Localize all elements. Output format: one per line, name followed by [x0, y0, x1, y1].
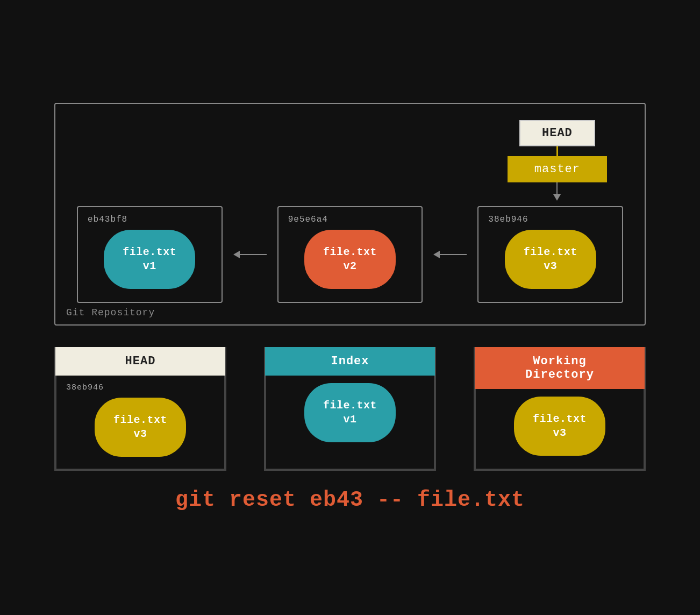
commit-box-38eb946: 38eb946 file.txtv3	[477, 206, 623, 303]
state-panel-wd: WorkingDirectory file.txtv3	[474, 347, 646, 471]
state-body-wd: file.txtv3	[475, 389, 645, 470]
blob-3: file.txtv3	[505, 230, 596, 289]
master-badge: master	[508, 156, 607, 182]
commit-hash-3: 38eb946	[484, 215, 528, 224]
state-body-head: 38eb946 file.txtv3	[55, 376, 225, 470]
state-panel-index: Index file.txtv1	[264, 347, 436, 471]
state-hash-head: 38eb946	[62, 383, 104, 392]
arrow-left-head-1	[233, 251, 240, 258]
commit-box-eb43bf8: eb43bf8 file.txtv1	[77, 206, 223, 303]
blob-1: file.txtv1	[104, 230, 195, 289]
state-blob-index: file.txtv1	[304, 383, 396, 442]
state-header-wd: WorkingDirectory	[475, 347, 645, 389]
arrow-head	[553, 194, 561, 201]
commit-arrow-1	[233, 251, 267, 258]
head-master-connector	[556, 146, 558, 156]
commit-hash-2: 9e5e6a4	[284, 215, 328, 224]
commits-row: eb43bf8 file.txtv1 9e5e6a4 file.txtv2 38…	[77, 206, 623, 303]
bottom-section: HEAD 38eb946 file.txtv3 Index file.txtv1…	[54, 347, 646, 512]
state-header-index: Index	[265, 347, 435, 376]
head-badge: HEAD	[519, 120, 595, 146]
arrow-line-2	[440, 254, 467, 255]
blob-2: file.txtv2	[304, 230, 396, 289]
arrow-line-1	[240, 254, 267, 255]
head-master-cluster: HEAD master	[77, 120, 623, 201]
commit-arrow-2	[433, 251, 467, 258]
arrow-left-head-2	[433, 251, 440, 258]
state-body-index: file.txtv1	[265, 376, 435, 470]
state-panels: HEAD 38eb946 file.txtv3 Index file.txtv1…	[54, 347, 646, 471]
state-panel-head: HEAD 38eb946 file.txtv3	[54, 347, 226, 471]
main-container: HEAD master eb43bf8 file.txtv1	[27, 103, 673, 512]
repo-label: Git Repository	[66, 307, 155, 318]
state-blob-head: file.txtv3	[95, 398, 186, 457]
state-header-head: HEAD	[55, 347, 225, 376]
commit-box-9e5e6a4: 9e5e6a4 file.txtv2	[277, 206, 423, 303]
state-blob-wd: file.txtv3	[514, 397, 605, 456]
arrow-line	[556, 182, 558, 194]
commit-hash-1: eb43bf8	[83, 215, 127, 224]
git-repository-box: HEAD master eb43bf8 file.txtv1	[54, 103, 646, 326]
master-arrow-down	[553, 182, 561, 201]
git-command: git reset eb43 -- file.txt	[175, 488, 525, 512]
head-master-group: HEAD master	[508, 120, 607, 201]
